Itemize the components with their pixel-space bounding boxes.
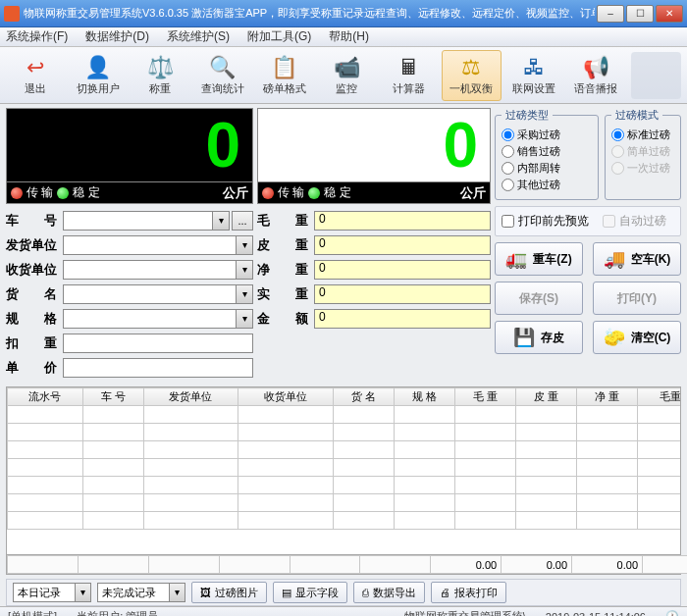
扣  重-input[interactable] <box>63 334 253 353</box>
menu-item[interactable]: 系统维护(S) <box>167 28 230 45</box>
transmit-led-icon <box>262 187 274 199</box>
field-label: 皮 重 <box>257 236 314 254</box>
table-row[interactable] <box>8 477 682 494</box>
table-row[interactable] <box>8 512 682 530</box>
toolbar-label: 计算器 <box>393 81 425 96</box>
total-cell: 0.00 <box>431 556 502 574</box>
heavy-truck-button[interactable]: 🚛重车(Z) <box>495 242 583 276</box>
金  额-value[interactable]: 0 <box>314 309 491 329</box>
toolbar-语音播报[interactable]: 📢语音播报 <box>566 50 625 101</box>
column-header[interactable]: 流水号 <box>8 388 83 406</box>
radio-采购过磅[interactable]: 采购过磅 <box>502 127 592 143</box>
toolbar-label: 切换用户 <box>77 81 120 96</box>
toolbar-icon: 📋 <box>270 54 299 81</box>
show-fields-button[interactable]: ▤显示字段 <box>273 582 347 603</box>
report-print-button[interactable]: 🖨报表打印 <box>431 582 506 603</box>
toolbar-label: 退出 <box>25 81 46 96</box>
menu-item[interactable]: 系统操作(F) <box>6 28 68 45</box>
auto-checkbox[interactable]: 自动过磅 <box>603 213 666 230</box>
toolbar-计算器[interactable]: 🖩计算器 <box>380 50 439 101</box>
toolbar-一机双衡[interactable]: ⚖一机双衡 <box>442 50 501 101</box>
date-filter-combo[interactable]: 本日记录 <box>13 583 91 602</box>
column-header[interactable]: 净 重 <box>577 388 638 406</box>
toolbar-磅单格式[interactable]: 📋磅单格式 <box>255 50 314 101</box>
weigh-type-group: 过磅类型 采购过磅 销售过磅 内部周转 其他过磅 <box>495 108 599 200</box>
export-button[interactable]: ⎙数据导出 <box>353 582 425 603</box>
column-header[interactable]: 毛 重 <box>455 388 516 406</box>
menu-item[interactable]: 帮助(H) <box>329 28 369 45</box>
export-icon: ⎙ <box>362 587 369 598</box>
stable-led-icon <box>57 187 69 199</box>
toolbar-监控[interactable]: 📹监控 <box>317 50 376 101</box>
皮  重-value[interactable]: 0 <box>314 235 491 255</box>
field-label: 货 名 <box>6 285 63 303</box>
table-row[interactable] <box>8 459 682 477</box>
toolbar-切换用户[interactable]: 👤切换用户 <box>68 50 127 101</box>
unit-label: 公斤 <box>223 184 248 202</box>
toolbar-label: 一机双衡 <box>449 81 493 96</box>
field-label: 扣 重 <box>6 334 63 352</box>
toolbar-称重[interactable]: ⚖️称重 <box>131 50 189 101</box>
净  重-value[interactable]: 0 <box>314 260 491 280</box>
records-table[interactable]: 流水号车 号发货单位收货单位货 名规 格毛 重皮 重净 重毛重时 <box>6 386 681 555</box>
field-label: 金 额 <box>257 310 314 328</box>
发货单位-input[interactable] <box>63 235 253 255</box>
column-header[interactable]: 规 格 <box>395 388 455 406</box>
table-row[interactable] <box>8 406 682 424</box>
规  格-input[interactable] <box>63 309 253 329</box>
stable-led-icon <box>308 187 320 199</box>
weigh-mode-legend: 过磅模式 <box>611 108 662 123</box>
radio-销售过磅[interactable]: 销售过磅 <box>502 143 592 160</box>
toolbar-查询统计[interactable]: 🔍查询统计 <box>192 50 251 101</box>
radio-内部周转[interactable]: 内部周转 <box>502 160 592 177</box>
radio-其他过磅[interactable]: 其他过磅 <box>502 177 592 193</box>
收货单位-input[interactable] <box>63 260 253 280</box>
实  重-value[interactable]: 0 <box>314 284 491 304</box>
print-icon: 🖨 <box>440 587 450 598</box>
time-label: 2019-03-15 11:14:06 <box>546 611 646 617</box>
truck-red-icon: 🚛 <box>505 248 527 270</box>
weigh-mode-group: 过磅模式 标准过磅 简单过磅 一次过磅 <box>605 108 681 200</box>
preview-checkbox[interactable]: 打印前先预览 <box>502 213 589 230</box>
lookup-button[interactable]: ... <box>232 211 253 231</box>
车  号-input[interactable] <box>63 211 230 231</box>
truck-blue-icon: 🚚 <box>604 248 625 270</box>
status-filter-combo[interactable]: 未完成记录 <box>97 583 185 602</box>
radio-标准过磅[interactable]: 标准过磅 <box>611 127 674 143</box>
field-label: 实 重 <box>257 285 314 303</box>
table-row[interactable] <box>8 441 682 459</box>
mode-label: [单机模式] <box>8 609 57 616</box>
table-row[interactable] <box>8 494 682 512</box>
store-tare-button[interactable]: 💾存皮 <box>495 321 583 354</box>
maximize-button[interactable]: ☐ <box>626 5 654 23</box>
unit-label: 公斤 <box>460 184 486 202</box>
货  名-input[interactable] <box>63 284 253 304</box>
toolbar-联网设置[interactable]: 🖧联网设置 <box>504 50 563 101</box>
toolbar-退出[interactable]: ↩退出 <box>6 50 65 101</box>
menu-item[interactable]: 附加工具(G) <box>247 28 311 45</box>
field-label: 收货单位 <box>6 261 63 279</box>
单  价-input[interactable] <box>63 358 253 378</box>
field-label: 净 重 <box>257 261 314 279</box>
field-label: 毛 重 <box>257 212 314 230</box>
column-header[interactable]: 货 名 <box>333 388 394 406</box>
total-cell <box>219 556 290 574</box>
clear-button[interactable]: 🧽清空(C) <box>593 321 681 354</box>
empty-truck-button[interactable]: 🚚空车(K) <box>593 242 681 276</box>
table-row[interactable] <box>8 424 682 441</box>
column-header[interactable]: 收货单位 <box>238 388 334 406</box>
close-button[interactable]: ✕ <box>656 5 683 23</box>
weigh-image-button[interactable]: 🖼过磅图片 <box>191 582 267 603</box>
column-header[interactable]: 毛重时 <box>638 388 681 406</box>
options-row: 打印前先预览 自动过磅 <box>495 206 681 236</box>
toolbar-icon: 🖧 <box>519 54 549 81</box>
status-bar-left: 传 输 稳 定 公斤 <box>6 182 253 204</box>
column-header[interactable]: 发货单位 <box>143 388 238 406</box>
toolbar: ↩退出👤切换用户⚖️称重🔍查询统计📋磅单格式📹监控🖩计算器⚖一机双衡🖧联网设置📢… <box>0 47 687 104</box>
title-bar: 物联网称重交易管理系统V3.6.0.35 激活衡器宝APP，即刻享受称重记录远程… <box>0 0 687 27</box>
menu-item[interactable]: 数据维护(D) <box>85 28 149 45</box>
minimize-button[interactable]: – <box>597 5 624 23</box>
column-header[interactable]: 车 号 <box>82 388 143 406</box>
column-header[interactable]: 皮 重 <box>516 388 577 406</box>
毛  重-value[interactable]: 0 <box>314 211 491 231</box>
